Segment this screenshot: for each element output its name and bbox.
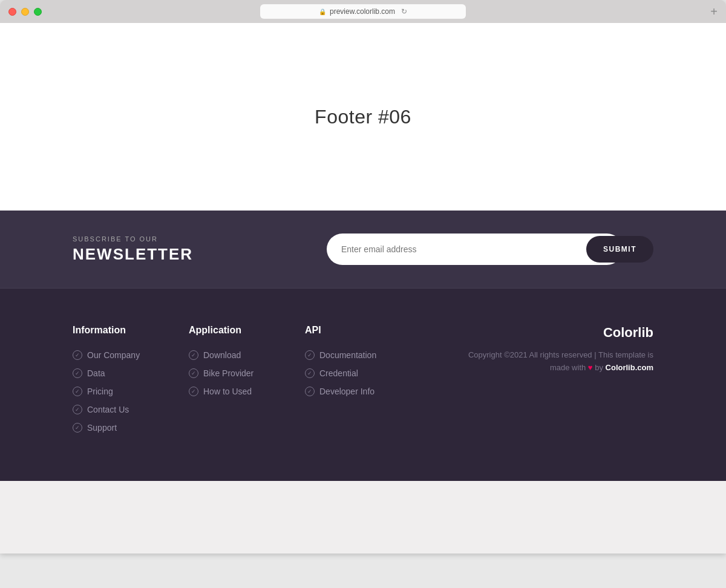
- link-label: Contact Us: [87, 405, 129, 414]
- url-text: preview.colorlib.com: [330, 7, 395, 16]
- new-tab-button[interactable]: +: [710, 5, 718, 18]
- browser-titlebar: 🔒 preview.colorlib.com ↻ +: [0, 0, 726, 23]
- information-links: ✓Our Company ✓Data ✓Pricing ✓Contact Us …: [73, 350, 189, 433]
- list-item[interactable]: ✓Developer Info: [305, 387, 421, 396]
- list-item[interactable]: ✓How to Used: [189, 387, 305, 396]
- copyright-text: Copyright ©2021 All rights reserved | Th…: [468, 349, 653, 374]
- link-label: Bike Provider: [203, 368, 253, 378]
- application-links: ✓Download ✓Bike Provider ✓How to Used: [189, 350, 305, 396]
- check-icon: ✓: [305, 350, 315, 360]
- link-label: Documentation: [319, 350, 376, 360]
- newsletter-title: NEWSLETTER: [73, 245, 193, 264]
- email-input[interactable]: [327, 234, 623, 265]
- footer-columns: Information ✓Our Company ✓Data ✓Pricing …: [73, 325, 653, 433]
- page-bottom: [0, 481, 726, 554]
- check-icon: ✓: [73, 387, 82, 396]
- list-item[interactable]: ✓Our Company: [73, 350, 189, 360]
- list-item[interactable]: ✓Data: [73, 368, 189, 378]
- link-label: Support: [87, 423, 117, 433]
- list-item[interactable]: ✓Bike Provider: [189, 368, 305, 378]
- maximize-button[interactable]: [34, 8, 42, 16]
- footer-main: Information ✓Our Company ✓Data ✓Pricing …: [0, 289, 726, 481]
- minimize-button[interactable]: [21, 8, 29, 16]
- submit-button[interactable]: SUBMIT: [586, 236, 653, 263]
- link-label: Developer Info: [319, 387, 374, 396]
- link-label: Our Company: [87, 350, 140, 360]
- link-label: Credential: [319, 368, 358, 378]
- check-icon: ✓: [189, 387, 198, 396]
- browser-window: 🔒 preview.colorlib.com ↻ + Footer #06 SU…: [0, 0, 726, 554]
- subscribe-label: SUBSCRIBE TO OUR: [73, 235, 193, 243]
- heart-symbol: ♥: [588, 363, 593, 372]
- link-label: Pricing: [87, 387, 113, 396]
- check-icon: ✓: [189, 350, 198, 360]
- list-item[interactable]: ✓Credential: [305, 368, 421, 378]
- list-item[interactable]: ✓Documentation: [305, 350, 421, 360]
- close-button[interactable]: [8, 8, 16, 16]
- browser-content: Footer #06 SUBSCRIBE TO OUR NEWSLETTER S…: [0, 23, 726, 554]
- footer-col-application: Application ✓Download ✓Bike Provider ✓Ho…: [189, 325, 305, 433]
- check-icon: ✓: [73, 368, 82, 378]
- newsletter-section: SUBSCRIBE TO OUR NEWSLETTER SUBMIT: [0, 211, 726, 289]
- refresh-icon[interactable]: ↻: [401, 7, 407, 16]
- newsletter-form: SUBMIT: [327, 234, 653, 265]
- check-icon: ✓: [305, 387, 315, 396]
- list-item[interactable]: ✓Pricing: [73, 387, 189, 396]
- lock-icon: 🔒: [319, 8, 326, 15]
- check-icon: ✓: [73, 350, 82, 360]
- list-item[interactable]: ✓Support: [73, 423, 189, 433]
- check-icon: ✓: [305, 368, 315, 378]
- footer-col-brand: Colorlib Copyright ©2021 All rights rese…: [421, 325, 653, 433]
- api-title: API: [305, 325, 421, 336]
- list-item[interactable]: ✓Contact Us: [73, 405, 189, 414]
- link-label: How to Used: [203, 387, 252, 396]
- page-title: Footer #06: [315, 106, 411, 128]
- footer-col-information: Information ✓Our Company ✓Data ✓Pricing …: [73, 325, 189, 433]
- api-links: ✓Documentation ✓Credential ✓Developer In…: [305, 350, 421, 396]
- check-icon: ✓: [73, 405, 82, 414]
- list-item[interactable]: ✓Download: [189, 350, 305, 360]
- link-label: Download: [203, 350, 241, 360]
- link-label: Data: [87, 368, 105, 378]
- check-icon: ✓: [189, 368, 198, 378]
- newsletter-text: SUBSCRIBE TO OUR NEWSLETTER: [73, 235, 193, 264]
- brand-name: Colorlib: [603, 325, 653, 341]
- colorlib-link[interactable]: Colorlib.com: [606, 363, 653, 372]
- footer-col-api: API ✓Documentation ✓Credential ✓Develope…: [305, 325, 421, 433]
- application-title: Application: [189, 325, 305, 336]
- copyright-by: by: [595, 363, 605, 372]
- information-title: Information: [73, 325, 189, 336]
- hero-section: Footer #06: [0, 23, 726, 211]
- address-bar[interactable]: 🔒 preview.colorlib.com ↻: [260, 4, 466, 19]
- check-icon: ✓: [73, 423, 82, 433]
